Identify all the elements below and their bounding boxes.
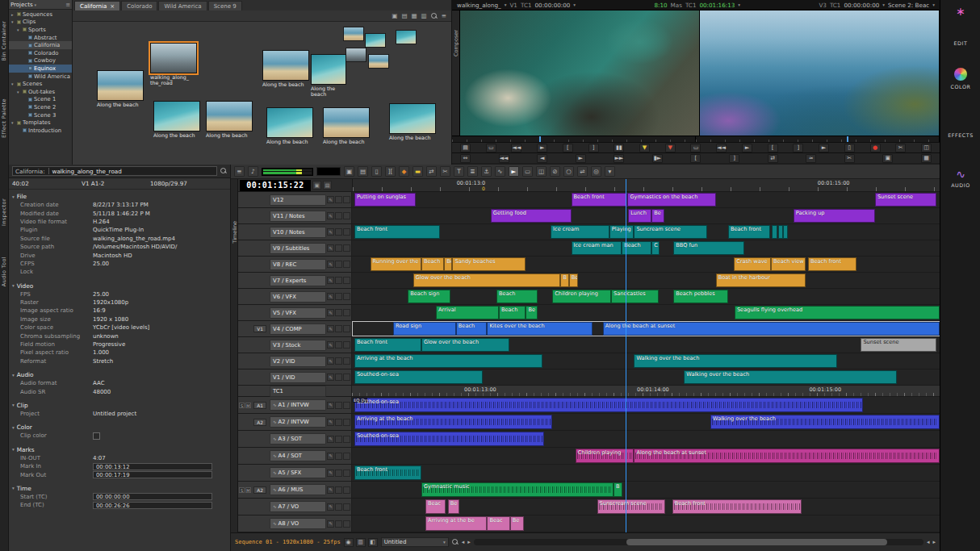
effect-editor-button[interactable]: ▣ [882,154,893,163]
rail-tab-inspector[interactable]: Inspector [1,198,7,226]
track-lane-a5-sfx[interactable]: Beach front [352,465,940,481]
master-label[interactable]: Mas [671,2,682,9]
timeline-clip[interactable]: Be [444,257,452,271]
find-icon[interactable] [452,539,459,545]
timeline-clip[interactable]: Along the beach at sunset [603,322,940,336]
track-edit-icon[interactable]: ✎ [327,419,334,426]
track-selector-v9-subtitles[interactable]: V9 / Subtitles [270,243,326,254]
source-patch-button[interactable]: V1 [253,325,266,332]
tree-item-abstract[interactable]: Abstract [9,34,72,42]
timeline-clip[interactable]: Beach front [808,257,856,271]
track-lock-toggle[interactable] [343,196,350,203]
timeline-clip[interactable] [783,225,788,239]
timeline-clip[interactable]: Walking over the beach [634,354,836,368]
timeline-clip[interactable]: Kites over the beach [487,322,593,336]
chevron-down-icon[interactable]: ▾ [882,2,885,7]
bin-clip-thumbnail[interactable]: Along the beach [389,103,436,140]
tree-item-colorado[interactable]: Colorado [9,49,72,57]
track-selector-v8-rec[interactable]: V8 / REC [270,259,326,270]
track-monitor-toggle[interactable] [335,402,342,409]
field-value-box[interactable]: 00:00:00:00 [93,493,212,500]
pause-button[interactable]: ▮▮ [614,144,624,152]
overwrite-button[interactable]: ▼ [665,144,676,152]
tree-item-equinox[interactable]: Equinox [9,65,72,73]
track-lane-a3-sot[interactable]: Southed-on-sea [352,431,940,447]
track-edit-icon[interactable]: ✎ [327,357,334,365]
timeline-clip[interactable]: Getting food [491,209,572,223]
track-lock-toggle[interactable] [343,212,350,219]
track-lock-toggle[interactable] [343,244,350,252]
timeline-fit-icon[interactable]: ▣ [312,181,321,190]
section-header-file[interactable]: ▾File [9,192,230,201]
section-header-clip[interactable]: ▾Clip [9,401,230,410]
timeline-clip[interactable]: Beach front [728,225,770,239]
timeline-clip[interactable]: B [614,482,622,497]
track-selector-v11-notes[interactable]: V11 / Notes [270,211,326,222]
timeline-clip[interactable]: Southed-on-sea [354,432,544,446]
timeline-clip[interactable]: Beach front [572,193,628,207]
track-edit-icon[interactable]: ✎ [327,196,334,203]
timeline-clip[interactable]: Beach sign [408,290,450,303]
timeline-clip[interactable]: Road sign [393,322,456,336]
record-tc-type[interactable]: TC1 [830,2,841,9]
track-monitor-toggle[interactable] [335,244,342,252]
link-selection-icon[interactable]: ⇄ [426,166,437,177]
quick-transition-button[interactable]: ◫ [921,144,932,152]
tab-close-icon[interactable]: × [110,3,115,10]
smart-tool-arrow-icon[interactable]: ► [509,166,519,177]
scroll-left-icon[interactable]: ◂ [462,539,465,545]
search-icon[interactable] [431,13,438,19]
position-indicator[interactable] [847,136,848,142]
track-selector-tc1[interactable]: TC1 [270,386,326,397]
disable-icon[interactable]: ⊘ [550,166,560,177]
timeline-clip[interactable]: Gymnastics on the beach [627,193,715,207]
section-header-video[interactable]: ▾Video [9,282,230,290]
track-monitor-toggle[interactable] [335,470,342,477]
record-track-label[interactable]: V3 [819,2,827,9]
track-edit-icon[interactable]: ✎ [327,436,334,443]
add-edit-button[interactable]: ✂ [895,144,906,152]
trim-mode-button[interactable]: ⇔ [460,154,471,163]
timeline-clip[interactable]: Ice cream man [572,241,622,255]
timeline-clip[interactable]: Glow over the beach [413,273,561,287]
lift-button[interactable]: ▭ [690,144,701,152]
track-lock-toggle[interactable] [343,520,350,528]
track-lock-toggle[interactable] [343,293,350,300]
track-edit-icon[interactable]: ✎ [327,486,334,494]
timeline-zoom-icon[interactable]: ▤ [323,181,332,190]
track-lane-v6-vfx[interactable]: Beach signBeachChildren playingSandcastl… [352,289,940,304]
timeline-clip[interactable] [772,225,777,239]
tree-item-clips[interactable]: ▾Clips [9,19,72,27]
source-clip-dropdown[interactable]: walking_along_ [457,2,501,9]
tree-item-cowboy[interactable]: Cowboy [9,57,72,65]
track-selector-v3-stock[interactable]: V3 / Stock [270,340,326,351]
track-selector-v5-vfx[interactable]: V5 / VFX [270,307,326,319]
timeline-clip[interactable]: Along the beach at sunset [634,449,940,463]
bin-tab-colorado[interactable]: Colorado [121,1,157,10]
bin-tab-wild-america[interactable]: Wild America [158,1,207,10]
timeline-clip[interactable]: Seagulls flying overhead [735,306,940,319]
step-back-button[interactable]: ◄ [537,154,547,163]
track-edit-icon[interactable]: ✎ [327,244,334,252]
toggle-source-timeline-icon[interactable]: ▣ [344,166,354,177]
timeline-clip[interactable]: Suncream scene [634,225,707,239]
track-lock-toggle[interactable] [343,261,350,268]
timeline-ruler[interactable]: 00:01:13:000:01:15:000 [352,179,940,191]
step-forward-ten-button[interactable]: ►► [614,154,624,163]
track-lane-a6-mus[interactable]: Gymnastic musicB [352,482,940,498]
timeline-clip[interactable] [778,225,783,239]
timeline-clip[interactable]: Southed-on-sea [354,398,863,412]
track-lane-v9-subtitles[interactable]: Ice cream manBeachCBBQ fun [352,240,940,256]
mini-frame[interactable] [343,27,364,41]
nav-color[interactable]: COLOR [940,68,980,90]
track-edit-icon[interactable]: ✎ [327,503,334,511]
section-header-marks[interactable]: ▾Marks [9,445,230,454]
bin-clip-thumbnail[interactable]: Along the beach [266,107,313,144]
track-monitor-toggle[interactable] [335,277,342,284]
step-back-ten-button[interactable]: ◄◄ [499,154,509,163]
track-lock-toggle[interactable] [343,436,350,443]
more-icon[interactable]: ▾ [605,166,615,177]
track-lane-v8-rec[interactable]: Running over the bBeachBeSandy beachesCr… [352,257,940,272]
track-selector-a1-intvw[interactable]: ∿A1 / INTVW [270,399,326,411]
source-tc-type[interactable]: TC1 [521,2,532,9]
